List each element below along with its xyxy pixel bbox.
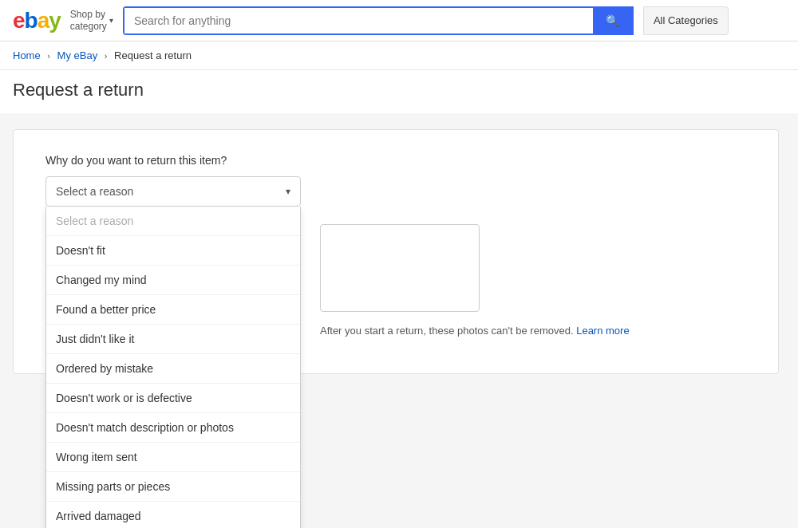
reason-dropdown-menu: Select a reason Doesn't fit Changed my m… [45, 207, 301, 528]
content-card: Why do you want to return this item? Sel… [13, 129, 779, 374]
form-left: Select a reason ▾ Select a reason Doesn'… [45, 176, 301, 207]
dropdown-item-changed-mind[interactable]: Changed my mind [46, 266, 300, 295]
dropdown-item-damaged[interactable]: Arrived damaged [46, 502, 300, 528]
dropdown-item-better-price[interactable]: Found a better price [46, 295, 300, 325]
reason-dropdown-trigger[interactable]: Select a reason ▾ [45, 176, 301, 207]
site-header: ebay Shop by category ▾ 🔍 All Categories [0, 0, 798, 41]
photo-note-text: After you start a return, these photos c… [320, 325, 574, 337]
form-question-label: Why do you want to return this item? [45, 154, 746, 167]
reason-dropdown-wrapper: Select a reason ▾ Select a reason Doesn'… [45, 176, 301, 207]
dropdown-item-wrong-item[interactable]: Wrong item sent [46, 443, 300, 472]
search-icon: 🔍 [606, 14, 619, 27]
breadcrumb-home[interactable]: Home [13, 49, 41, 61]
learn-more-link[interactable]: Learn more [576, 325, 629, 337]
description-area [320, 224, 480, 312]
dropdown-item-didnt-like[interactable]: Just didn't like it [46, 325, 300, 354]
logo-letter-e: e [13, 8, 25, 33]
breadcrumb-current: Request a return [114, 49, 192, 61]
breadcrumb-my-ebay[interactable]: My eBay [57, 49, 98, 61]
search-bar: 🔍 [123, 6, 634, 35]
dropdown-item-placeholder[interactable]: Select a reason [46, 207, 300, 236]
form-row: Select a reason ▾ Select a reason Doesn'… [45, 176, 746, 337]
breadcrumb: Home › My eBay › Request a return [0, 41, 798, 70]
photo-note: After you start a return, these photos c… [320, 325, 746, 337]
logo-letter-y: y [49, 8, 61, 33]
ebay-logo[interactable]: ebay [13, 8, 61, 33]
dropdown-item-description[interactable]: Doesn't match description or photos [46, 413, 300, 443]
breadcrumb-sep-1: › [47, 51, 50, 61]
search-input[interactable] [124, 8, 593, 33]
chevron-down-icon: ▾ [286, 186, 290, 197]
dropdown-item-doesnt-fit[interactable]: Doesn't fit [46, 236, 300, 266]
all-categories-button[interactable]: All Categories [643, 6, 729, 35]
logo-letter-a: a [38, 8, 49, 33]
search-button[interactable]: 🔍 [593, 8, 632, 33]
breadcrumb-sep-2: › [105, 51, 108, 61]
main-content: Why do you want to return this item? Sel… [0, 113, 798, 528]
page-title: Request a return [13, 80, 785, 100]
select-reason-section: Why do you want to return this item? Sel… [45, 154, 746, 337]
chevron-down-icon: ▾ [109, 16, 113, 25]
shop-by-category[interactable]: Shop by category ▾ [70, 9, 113, 32]
logo-letter-b: b [25, 8, 38, 33]
form-right: After you start a return, these photos c… [320, 176, 746, 337]
shop-by-label: Shop by category [70, 9, 107, 32]
dropdown-item-mistake[interactable]: Ordered by mistake [46, 354, 300, 384]
dropdown-item-defective[interactable]: Doesn't work or is defective [46, 384, 300, 413]
dropdown-selected-label: Select a reason [56, 185, 133, 198]
page-title-section: Request a return [0, 70, 798, 113]
dropdown-item-missing-parts[interactable]: Missing parts or pieces [46, 472, 300, 502]
